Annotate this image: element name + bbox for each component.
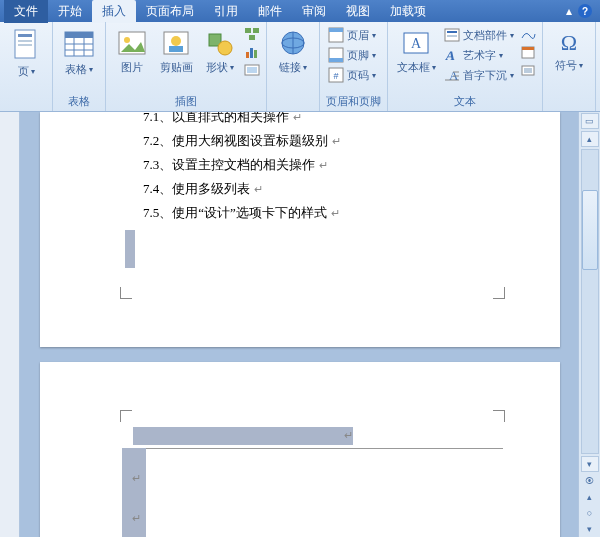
browse-object-icon[interactable]: ⦿	[583, 474, 597, 488]
ribbon: 页▾ 表格▾ 表格 图片	[0, 22, 600, 112]
scroll-thumb[interactable]	[582, 190, 598, 270]
svg-rect-19	[249, 35, 255, 40]
table-icon	[63, 28, 95, 60]
group-label-pages	[6, 107, 46, 111]
shapes-button[interactable]: 形状▾	[200, 26, 240, 77]
smartart-icon[interactable]	[244, 26, 260, 42]
svg-point-11	[124, 37, 130, 43]
tab-mailings[interactable]: 邮件	[248, 0, 292, 23]
cover-page-button[interactable]: 页▾	[6, 26, 46, 81]
crop-mark-icon	[120, 287, 132, 299]
svg-rect-47	[524, 68, 532, 73]
header-button[interactable]: 页眉▾	[326, 26, 378, 44]
svg-rect-24	[247, 67, 257, 73]
picture-icon	[117, 28, 147, 58]
header-selection[interactable]	[133, 427, 353, 445]
svg-text:#: #	[333, 71, 338, 81]
footer-button[interactable]: 页脚▾	[326, 46, 378, 64]
svg-rect-3	[18, 44, 32, 46]
svg-rect-37	[447, 31, 457, 33]
prev-page-button[interactable]: ▴	[583, 490, 597, 504]
group-links: 链接▾	[267, 22, 320, 111]
crop-mark-icon	[493, 410, 505, 422]
group-label-text: 文本	[394, 92, 536, 111]
signature-icon[interactable]	[520, 26, 536, 42]
clipart-button[interactable]: 剪贴画	[156, 26, 196, 77]
tab-page-layout[interactable]: 页面布局	[136, 0, 204, 23]
svg-text:A: A	[411, 36, 422, 51]
next-page-button[interactable]: ▾	[583, 522, 597, 536]
scroll-up-button[interactable]: ▴	[581, 131, 599, 147]
picture-button[interactable]: 图片	[112, 26, 152, 77]
text-cursor	[125, 230, 135, 268]
quickparts-icon	[444, 27, 460, 43]
textbox-icon: A	[401, 28, 431, 58]
wordart-button[interactable]: A 艺术字▾	[442, 46, 516, 64]
page-icon	[12, 28, 40, 62]
vertical-ruler[interactable]	[0, 112, 20, 537]
page-number-button[interactable]: # 页码▾	[326, 66, 378, 84]
svg-rect-2	[18, 40, 32, 42]
scroll-track[interactable]	[581, 149, 599, 454]
group-header-footer: 页眉▾ 页脚▾ # 页码▾ 页眉和页脚	[320, 22, 388, 111]
group-label-tables: 表格	[59, 92, 99, 111]
hyperlink-button[interactable]: 链接▾	[273, 26, 313, 77]
vertical-scrollbar: ▭ ▴ ▾ ⦿ ▴ ○ ▾	[578, 112, 600, 537]
group-pages: 页▾	[0, 22, 53, 111]
object-icon[interactable]	[520, 62, 536, 78]
svg-rect-21	[250, 48, 253, 58]
svg-rect-14	[169, 46, 183, 52]
dropcap-icon: A	[444, 67, 460, 83]
crop-mark-icon	[493, 287, 505, 299]
tab-addins[interactable]: 加载项	[380, 0, 436, 23]
crop-mark-icon	[120, 410, 132, 422]
group-text: A 文本框▾ 文档部件▾ A 艺术字▾ A 首字下沉▾	[388, 22, 543, 111]
svg-text:A: A	[444, 48, 457, 63]
header-icon	[328, 27, 344, 43]
tab-home[interactable]: 开始	[48, 0, 92, 23]
svg-rect-45	[522, 47, 534, 50]
datetime-icon[interactable]	[520, 44, 536, 60]
paragraph-mark-icon: ↵	[344, 429, 353, 442]
group-symbols: Ω 符号▾	[543, 22, 596, 111]
screenshot-icon[interactable]	[244, 62, 260, 78]
hyperlink-icon	[278, 28, 308, 58]
group-label-links	[273, 107, 313, 111]
textbox-button[interactable]: A 文本框▾	[394, 26, 438, 77]
tab-references[interactable]: 引用	[204, 0, 248, 23]
tab-view[interactable]: 视图	[336, 0, 380, 23]
svg-rect-31	[329, 58, 343, 62]
page-number-icon: #	[328, 67, 344, 83]
wordart-icon: A	[444, 47, 460, 63]
chart-icon[interactable]	[244, 44, 260, 60]
page-2[interactable]: ↵ ↵ ↵ ↵	[40, 362, 560, 537]
scroll-down-button[interactable]: ▾	[581, 456, 599, 472]
shapes-icon	[205, 28, 235, 58]
svg-rect-5	[65, 32, 93, 38]
tab-insert[interactable]: 插入	[92, 0, 136, 23]
quickparts-button[interactable]: 文档部件▾	[442, 26, 516, 44]
ribbon-minimize-icon[interactable]: ▴	[566, 4, 572, 18]
page-1[interactable]: 7.1、以直排式的相关操作↵ 7.2、使用大纲视图设置标题级别↵ 7.3、设置主…	[40, 112, 560, 347]
ruler-toggle[interactable]: ▭	[581, 113, 599, 129]
tab-file[interactable]: 文件	[4, 0, 48, 23]
svg-point-16	[218, 41, 232, 55]
group-label-illustrations: 插图	[112, 92, 260, 111]
svg-rect-20	[246, 52, 249, 58]
select-browse-button[interactable]: ○	[583, 506, 597, 520]
table-button[interactable]: 表格▾	[59, 26, 99, 79]
svg-rect-1	[18, 34, 32, 37]
header-rule	[133, 448, 503, 449]
footer-icon	[328, 47, 344, 63]
svg-rect-22	[254, 50, 257, 58]
symbol-button[interactable]: Ω 符号▾	[549, 26, 589, 75]
tab-review[interactable]: 审阅	[292, 0, 336, 23]
clipart-icon	[161, 28, 191, 58]
svg-rect-17	[245, 28, 251, 33]
omega-icon: Ω	[555, 28, 583, 56]
help-icon[interactable]: ?	[578, 4, 592, 18]
svg-rect-29	[329, 28, 343, 32]
dropcap-button[interactable]: A 首字下沉▾	[442, 66, 516, 84]
group-label-header-footer: 页眉和页脚	[326, 92, 381, 111]
paragraph-mark-icon: ↵	[293, 112, 302, 123]
